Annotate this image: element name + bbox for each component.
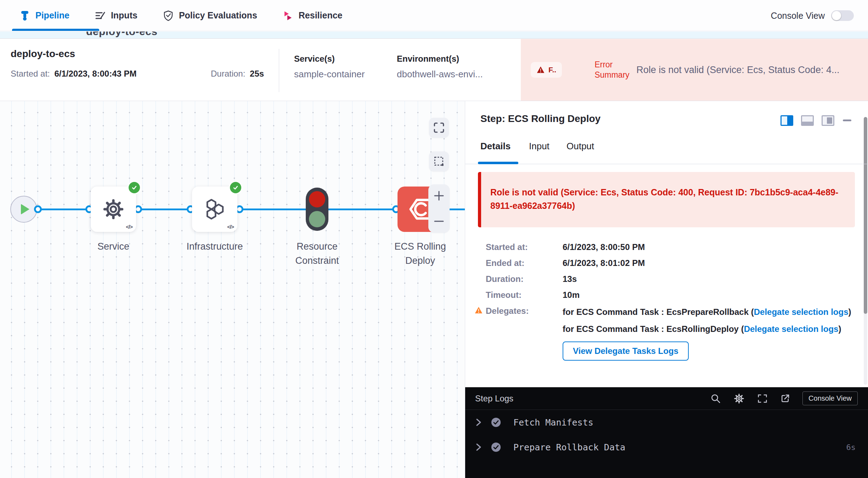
logs-console-view-button[interactable]: Console View xyxy=(802,391,858,405)
step-logs-title: Step Logs xyxy=(475,394,513,404)
hexagons-icon xyxy=(203,198,226,221)
open-in-new-icon[interactable] xyxy=(780,393,790,404)
delegate-task-suffix: ) xyxy=(848,307,851,317)
field-value: 6/1/2023, 8:01:02 PM xyxy=(563,258,645,268)
delegate-selection-logs-link[interactable]: Delegate selection logs xyxy=(744,324,839,334)
field-value: 10m xyxy=(563,290,580,300)
active-tab-underline xyxy=(12,29,99,31)
canvas-select-button[interactable] xyxy=(429,151,449,171)
top-nav: Pipeline Inputs Policy Evaluations Resil… xyxy=(0,0,868,31)
traffic-light-green xyxy=(309,211,325,227)
tab-resilience[interactable]: Resilience xyxy=(283,10,343,21)
log-section-duration: 6s xyxy=(846,443,856,452)
divider xyxy=(279,49,279,92)
field-ended-at: Ended at: 6/1/2023, 8:01:02 PM xyxy=(486,258,855,268)
field-value: 6/1/2023, 8:00:50 PM xyxy=(563,242,645,252)
execution-header: deploy-to-ecs Started at: 6/1/2023, 8:00… xyxy=(0,39,868,101)
tab-inputs-label: Inputs xyxy=(111,10,137,21)
log-section-label: Prepare Rollback Data xyxy=(513,442,625,452)
field-timeout: Timeout: 10m xyxy=(486,290,855,300)
delegate-row: for ECS Command Task : EcsPrepareRollbac… xyxy=(563,306,855,318)
started-at-label: Started at: xyxy=(11,69,50,78)
log-settings-gear-icon[interactable] xyxy=(733,393,745,405)
environments-label: Environment(s) xyxy=(397,54,459,64)
toggle-knob xyxy=(832,11,841,20)
layout-bottom-split-icon[interactable] xyxy=(801,115,814,126)
tab-inputs[interactable]: Inputs xyxy=(95,10,137,21)
tab-border xyxy=(465,164,868,164)
field-label: Duration: xyxy=(486,274,563,284)
error-summary-text: Role is not valid (Service: Ecs, Status … xyxy=(636,65,839,76)
tab-output[interactable]: Output xyxy=(567,141,594,152)
zoom-in-button[interactable] xyxy=(433,190,445,201)
tab-pipeline[interactable]: Pipeline xyxy=(19,10,69,21)
node-infrastructure[interactable]: </> xyxy=(192,187,237,232)
traffic-light-red xyxy=(309,191,325,207)
step-details-fields: Started at: 6/1/2023, 8:00:50 PM Ended a… xyxy=(486,242,855,361)
view-delegate-tasks-logs-button[interactable]: View Delegate Tasks Logs xyxy=(563,341,689,361)
tab-input[interactable]: Input xyxy=(529,141,549,152)
minimize-panel-button[interactable] xyxy=(843,119,851,121)
log-section-fetch-manifests[interactable]: Fetch Manifests xyxy=(465,410,868,435)
console-view-control: Console View xyxy=(771,0,854,31)
node-label-resource-constraint: Resource Constraint xyxy=(287,239,347,268)
delegate-task-text: for ECS Command Task : EcsRollingDeploy … xyxy=(563,324,744,334)
connector-line xyxy=(239,209,306,210)
field-duration: Duration: 13s xyxy=(486,274,855,284)
field-value: 13s xyxy=(563,274,577,284)
tab-resilience-label: Resilience xyxy=(299,10,343,21)
started-at-value: 6/1/2023, 8:00:43 PM xyxy=(54,69,136,78)
success-check-icon xyxy=(491,417,501,428)
layout-drawer-icon[interactable] xyxy=(822,115,834,126)
clipped-pipeline-title: deploy-to-ecs xyxy=(86,32,158,38)
success-check-icon xyxy=(229,181,242,194)
chevron-right-icon[interactable] xyxy=(476,418,481,426)
connector-port xyxy=(34,205,42,213)
layout-fill xyxy=(787,116,792,125)
delegate-task-suffix: ) xyxy=(838,324,841,334)
layout-right-split-icon[interactable] xyxy=(780,115,793,126)
step-logs-header: Step Logs xyxy=(465,387,868,410)
pipeline-name: deploy-to-ecs xyxy=(11,48,75,60)
success-check-icon xyxy=(128,181,141,194)
services-label: Service(s) xyxy=(294,54,335,64)
services-value: sample-container xyxy=(294,69,365,80)
connector-line xyxy=(328,209,396,210)
status-badge-text: F.. xyxy=(548,66,556,74)
delegates-label-wrap: Delegates: xyxy=(486,306,563,316)
chevron-right-icon[interactable] xyxy=(476,443,481,451)
pipeline-canvas[interactable]: </> Service </> Infrastructure Resource … xyxy=(0,101,465,478)
node-service[interactable]: </> xyxy=(91,187,136,232)
field-delegates: Delegates: for ECS Command Task : EcsPre… xyxy=(486,306,855,361)
tab-policy-evaluations[interactable]: Policy Evaluations xyxy=(163,10,257,21)
zoom-out-button[interactable] xyxy=(433,216,445,227)
connector-line xyxy=(37,209,90,210)
gear-icon xyxy=(102,198,125,221)
step-error-banner: Role is not valid (Service: Ecs, Status … xyxy=(478,172,855,227)
start-node xyxy=(10,196,37,223)
field-label: Started at: xyxy=(486,242,563,252)
console-view-label: Console View xyxy=(771,11,825,21)
node-label-infrastructure: Infrastructure xyxy=(174,239,255,254)
delegate-row: for ECS Command Task : EcsRollingDeploy … xyxy=(563,323,855,335)
error-summary-label: Error Summary xyxy=(594,60,636,80)
canvas-zoom-controls xyxy=(428,184,450,233)
success-check-icon xyxy=(491,442,501,452)
log-section-prepare-rollback-data[interactable]: Prepare Rollback Data 6s xyxy=(465,435,868,460)
layout-fill xyxy=(827,117,832,124)
node-label-ecs-rolling-deploy: ECS Rolling Deploy xyxy=(390,239,450,268)
field-label: Ended at: xyxy=(486,258,563,268)
node-label-service: Service xyxy=(91,239,136,254)
tab-details[interactable]: Details xyxy=(480,141,511,152)
search-icon[interactable] xyxy=(710,393,721,404)
field-label: Timeout: xyxy=(486,290,563,300)
canvas-fullscreen-button[interactable] xyxy=(429,118,449,138)
console-view-toggle[interactable] xyxy=(831,10,854,21)
scrollbar-thumb[interactable] xyxy=(864,117,867,314)
active-tab-underline xyxy=(478,162,518,164)
scrolled-content-strip: deploy-to-ecs xyxy=(0,32,868,39)
panel-scrollbar xyxy=(864,117,867,385)
node-resource-constraint[interactable] xyxy=(306,188,328,231)
logs-fullscreen-icon[interactable] xyxy=(757,393,768,404)
delegate-selection-logs-link[interactable]: Delegate selection logs xyxy=(754,307,849,317)
